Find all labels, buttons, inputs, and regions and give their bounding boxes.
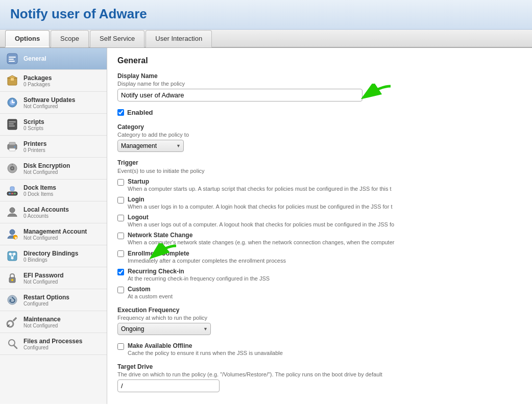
trigger-startup-desc: When a computer starts up. A startup scr…	[128, 186, 392, 192]
sidebar-management-account-sublabel: Not Configured	[23, 235, 87, 241]
make-available-offline-checkbox[interactable]	[117, 343, 124, 350]
svg-rect-24	[14, 193, 16, 194]
svg-rect-2	[9, 59, 14, 60]
trigger-label: Trigger	[117, 159, 522, 166]
enabled-row: Enabled	[117, 109, 522, 116]
display-name-desc: Display name for the policy	[117, 81, 522, 87]
target-drive-desc: The drive on which to run the policy (e.…	[117, 371, 522, 377]
sidebar-scripts-label: Scripts	[23, 118, 44, 125]
sidebar-local-accounts-sublabel: 0 Accounts	[23, 213, 69, 219]
sidebar-item-general[interactable]: General	[0, 48, 107, 70]
sidebar-item-packages[interactable]: Packages 0 Packages	[0, 70, 107, 92]
execution-frequency-desc: Frequency at which to run the policy	[117, 315, 522, 321]
trigger-logout-label: Logout	[128, 214, 394, 221]
sidebar-disk-encryption-label: Disk Encryption	[23, 162, 70, 169]
sidebar-item-directory-bindings[interactable]: Directory Bindings 0 Bindings	[0, 245, 107, 267]
sidebar-efi-password-label: EFI Password	[23, 272, 64, 279]
trigger-login-checkbox[interactable]	[117, 197, 124, 204]
sidebar-local-accounts-label: Local Accounts	[23, 206, 69, 213]
tab-user-interaction[interactable]: User Interaction	[146, 30, 212, 47]
sidebar-item-software-updates[interactable]: Software Updates Not Configured	[0, 92, 107, 114]
sidebar-item-disk-encryption[interactable]: Disk Encryption Not Configured	[0, 158, 107, 180]
svg-point-16	[14, 146, 16, 148]
target-drive-input[interactable]	[117, 379, 220, 392]
svg-rect-25	[10, 187, 14, 191]
sidebar: General Packages 0 Packages	[0, 48, 107, 404]
display-name-group: Display Name Display name for the policy	[117, 72, 522, 101]
trigger-network-checkbox[interactable]	[117, 233, 124, 239]
svg-rect-22	[9, 193, 11, 194]
sidebar-item-management-account[interactable]: ★ Management Account Not Configured	[0, 223, 107, 245]
management-account-icon: ★	[5, 227, 19, 241]
tab-self-service[interactable]: Self Service	[90, 30, 144, 47]
sidebar-restart-options-label: Restart Options	[23, 294, 69, 301]
trigger-startup-block: Startup When a computer starts up. A sta…	[117, 178, 522, 192]
sidebar-software-updates-label: Software Updates	[23, 96, 75, 104]
trigger-enrollment-label: Enrollment Complete	[128, 250, 189, 257]
printers-icon	[5, 139, 19, 154]
packages-icon	[5, 73, 19, 88]
trigger-enrollment-checkbox[interactable]	[117, 250, 124, 257]
sidebar-item-local-accounts[interactable]: Local Accounts 0 Accounts	[0, 201, 107, 223]
sidebar-item-printers[interactable]: Printers 0 Printers	[0, 136, 107, 158]
trigger-custom-checkbox[interactable]	[117, 287, 124, 293]
content-section-title: General	[117, 56, 522, 65]
sidebar-item-restart-options[interactable]: Restart Options Configured	[0, 289, 107, 311]
trigger-network-label: Network State Change	[128, 232, 394, 239]
svg-rect-11	[9, 123, 14, 124]
trigger-startup-checkbox[interactable]	[117, 179, 124, 186]
sidebar-item-efi-password[interactable]: EFI Password Not Configured	[0, 267, 107, 289]
tab-scope[interactable]: Scope	[51, 30, 89, 47]
svg-rect-12	[9, 125, 15, 126]
sidebar-directory-bindings-sublabel: 0 Bindings	[23, 257, 78, 263]
trigger-enrollment-desc: Immediately after a computer completes t…	[128, 258, 286, 264]
target-drive-group: Target Drive The drive on which to run t…	[117, 363, 522, 392]
execution-frequency-select[interactable]: Ongoing Once per computer Once per user …	[117, 323, 211, 335]
sidebar-scripts-sublabel: 0 Scripts	[23, 125, 44, 131]
sidebar-printers-label: Printers	[23, 140, 46, 147]
sidebar-item-files-and-processes[interactable]: Files and Processes Configured	[0, 333, 107, 355]
svg-point-39	[8, 295, 17, 304]
trigger-logout-checkbox[interactable]	[117, 215, 124, 221]
trigger-login-desc: When a user logs in to a computer. A log…	[128, 204, 393, 210]
svg-text:★: ★	[14, 236, 18, 240]
trigger-custom-label: Custom	[128, 286, 173, 293]
sidebar-general-label: General	[23, 55, 46, 62]
sidebar-packages-sublabel: 0 Packages	[23, 82, 52, 87]
scripts-icon	[5, 117, 19, 132]
category-select[interactable]: Management None Testing	[117, 140, 184, 152]
sidebar-files-processes-label: Files and Processes	[23, 338, 82, 345]
category-label: Category	[117, 123, 522, 131]
svg-marker-5	[7, 75, 17, 78]
trigger-login-label: Login	[128, 196, 393, 203]
dock-items-icon	[5, 183, 19, 197]
trigger-enrollment-block: Enrollment Complete Immediately after a …	[117, 249, 522, 264]
svg-rect-20	[12, 164, 13, 165]
enabled-checkbox[interactable]	[117, 109, 124, 116]
sidebar-packages-label: Packages	[23, 74, 52, 82]
svg-point-38	[11, 279, 13, 281]
sidebar-dock-items-label: Dock Items	[23, 184, 56, 191]
tab-options[interactable]: Options	[5, 30, 50, 47]
sidebar-item-dock-items[interactable]: Dock Items 0 Dock Items	[0, 180, 107, 201]
disk-encryption-icon	[5, 161, 19, 175]
trigger-group: Trigger Event(s) to use to initiate the …	[117, 159, 522, 299]
sidebar-item-scripts[interactable]: Scripts 0 Scripts	[0, 114, 107, 136]
efi-password-icon	[5, 271, 19, 285]
page-title-bar: Notify user of Adware	[0, 0, 532, 30]
display-name-input[interactable]	[117, 89, 362, 101]
directory-bindings-icon	[5, 249, 19, 263]
execution-frequency-label: Execution Frequency	[117, 307, 522, 314]
trigger-logout-block: Logout When a user logs out of a compute…	[117, 214, 522, 227]
enabled-label: Enabled	[127, 109, 153, 116]
sidebar-item-maintenance[interactable]: Maintenance Not Configured	[0, 311, 107, 333]
tabs-bar: Options Scope Self Service User Interact…	[0, 30, 532, 48]
trigger-network-desc: When a computer's network state changes …	[128, 239, 394, 245]
category-desc: Category to add the policy to	[117, 132, 522, 138]
svg-point-26	[10, 208, 15, 213]
sidebar-maintenance-label: Maintenance	[23, 316, 61, 323]
trigger-recurring-checkbox[interactable]	[117, 269, 124, 275]
svg-rect-10	[9, 121, 16, 122]
local-accounts-icon	[5, 205, 19, 219]
trigger-network-block: Network State Change When a computer's n…	[117, 232, 522, 245]
